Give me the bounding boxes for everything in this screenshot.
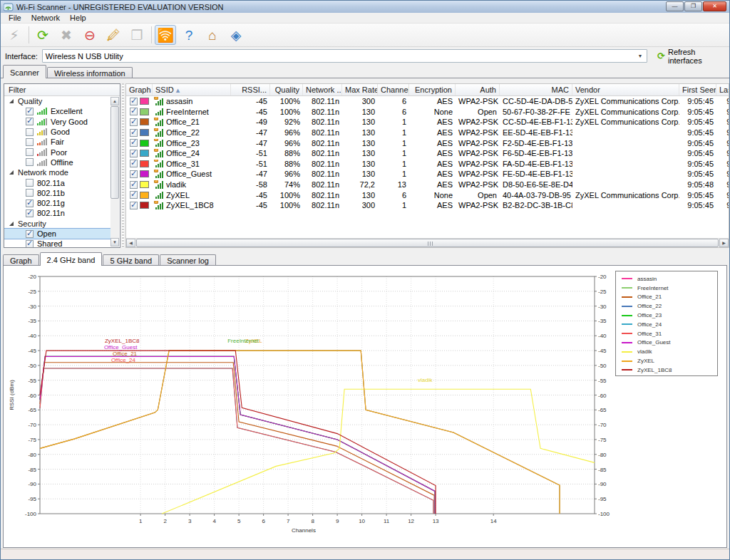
filter-scrollbar-thumb[interactable] (110, 106, 119, 199)
checkbox[interactable] (130, 129, 138, 137)
filter-item-offline[interactable]: Offline (4, 157, 110, 167)
column-header-first_seen[interactable]: First Seen (679, 84, 716, 95)
tab-5-ghz-band[interactable]: 5 GHz band (103, 254, 159, 266)
scroll-up-icon[interactable]: ▲ (110, 97, 119, 105)
column-header-channel[interactable]: Channel (378, 84, 409, 95)
filter-item-good[interactable]: Good (4, 127, 110, 137)
tab-2-4-ghz-band[interactable]: 2.4 GHz band (40, 252, 103, 266)
filter-item-excellent[interactable]: Excellent (4, 106, 110, 116)
delete-button[interactable]: ✖ (56, 25, 77, 45)
column-header-max_rate[interactable]: Max Rate (342, 84, 378, 95)
scroll-right-icon[interactable]: ▶ (719, 239, 729, 247)
hscrollbar-thumb[interactable] (136, 239, 719, 247)
help-button[interactable]: ? (178, 25, 200, 45)
checkbox[interactable] (130, 98, 138, 105)
menu-help[interactable]: Help (65, 13, 91, 23)
table-hscrollbar[interactable]: ◀ ▶ (126, 238, 729, 247)
column-header-rssi[interactable]: RSSI... (231, 84, 270, 95)
interface-combobox[interactable]: Wireless N USB Utility ▼ (42, 49, 647, 63)
filter-item-open[interactable]: Open (4, 229, 110, 239)
tab-scanner[interactable]: Scanner (3, 65, 46, 78)
checkbox[interactable] (130, 108, 138, 115)
close-button[interactable]: ✕ (703, 1, 726, 11)
scroll-down-icon[interactable]: ▼ (110, 238, 119, 247)
tree-expanded-icon[interactable] (9, 222, 14, 226)
table-row-freeinternet[interactable]: FreeInternet-45100%802.11n1306NoneOpen50… (126, 107, 729, 118)
filter-item-fair[interactable]: Fair (4, 137, 110, 147)
checkbox[interactable] (130, 150, 138, 157)
copy-page-button[interactable]: ❐ (126, 25, 148, 45)
checkbox[interactable] (26, 158, 34, 166)
table-row-office_guest[interactable]: Office_Guest-4796%802.11n1301AESWPA2-PSK… (126, 169, 729, 180)
table-row-office_24[interactable]: Office_24-5188%802.11n1301AESWPA2-PSKF6-… (126, 148, 729, 159)
checkbox[interactable] (26, 189, 34, 197)
table-row-office_22[interactable]: Office_22-4796%802.11n1301AESWPA2-PSKEE-… (126, 128, 729, 138)
home-button[interactable]: ⌂ (202, 25, 223, 45)
column-header-auth[interactable]: Auth (456, 84, 500, 95)
minimize-button[interactable]: — (666, 1, 684, 11)
stop-graph-button[interactable]: ⊖ (79, 25, 101, 45)
table-row-office_21[interactable]: Office_21-4992%802.11n1301AESWPA2-PSKCC-… (126, 117, 729, 128)
checkbox[interactable] (130, 170, 138, 178)
column-header-last_seen[interactable]: Last Seen (716, 84, 729, 95)
checkbox[interactable] (26, 138, 34, 146)
connect-flash-button[interactable]: ⚡ (4, 25, 25, 45)
filter-section-network-mode[interactable]: Network mode (4, 167, 110, 177)
rescan-refresh-button[interactable]: ⟳ (32, 25, 53, 45)
checkbox[interactable] (26, 230, 34, 238)
checkbox[interactable] (26, 108, 34, 115)
tree-expanded-icon[interactable] (9, 99, 14, 103)
table-row-office_31[interactable]: Office_31-5188%802.11n1301AESWPA2-PSKFA-… (126, 159, 729, 170)
column-header-network[interactable]: Network ... (303, 84, 342, 95)
checkbox[interactable] (130, 139, 138, 147)
checkbox[interactable] (130, 181, 138, 189)
clean-broom-button[interactable]: 🖉 (103, 25, 124, 45)
wifi-stop-button[interactable]: 🛜 (155, 25, 176, 45)
window-titlebar[interactable]: Wi-Fi Scanner - UNREGISTERED EVALUATION … (1, 1, 729, 13)
checkbox[interactable] (26, 240, 34, 247)
checkbox[interactable] (26, 179, 34, 187)
tab-graph[interactable]: Graph (3, 254, 39, 266)
tab-scanner-log[interactable]: Scanner log (160, 254, 216, 266)
filter-section-security[interactable]: Security (4, 219, 110, 229)
checkbox[interactable] (130, 160, 138, 167)
scroll-left-icon[interactable]: ◀ (126, 239, 135, 247)
column-header-graph[interactable]: Graph (126, 84, 153, 95)
checkbox[interactable] (130, 191, 138, 199)
checkbox[interactable] (26, 199, 34, 207)
about-info-button[interactable]: ◈ (225, 25, 247, 45)
table-row-assasin[interactable]: assasin-45100%802.11n3006AESWPA2-PSKCC-5… (126, 96, 729, 107)
column-header-mac[interactable]: MAC (500, 84, 572, 95)
filter-item-802-11g[interactable]: 802.11g (4, 198, 110, 208)
filter-item-802-11a[interactable]: 802.11a (4, 177, 110, 187)
table-row-vladik[interactable]: vladik-5874%802.11n72,213AESWPA2-PSKD8-5… (126, 180, 729, 190)
chevron-down-icon[interactable]: ▼ (635, 51, 645, 61)
column-header-quality[interactable]: Quality (270, 84, 303, 95)
tab-wireless-information[interactable]: Wireless information (47, 67, 133, 78)
column-header-vendor[interactable]: Vendor (572, 84, 679, 95)
checkbox[interactable] (130, 202, 138, 209)
table-row-zyxel_1bc8[interactable]: ZyXEL_1BC8-45100%802.11n3001AESWPA2-PSKB… (126, 200, 729, 211)
table-row-office_23[interactable]: Office_23-4796%802.11n1301AESWPA2-PSKF2-… (126, 138, 729, 148)
checkbox[interactable] (130, 118, 138, 126)
column-header-ssid[interactable]: SSID ▴ (153, 84, 231, 95)
filter-item-802-11b[interactable]: 802.11b (4, 188, 110, 198)
filter-item-very-good[interactable]: Very Good (4, 117, 110, 127)
vertical-splitter[interactable] (122, 83, 124, 248)
filter-scrollbar[interactable]: ▲ ▼ (110, 97, 119, 247)
menu-file[interactable]: File (4, 13, 26, 23)
table-row-zyxel[interactable]: ZyXEL-45100%802.11n1306NoneOpen40-4A-03-… (126, 190, 729, 200)
filter-item-shared[interactable]: Shared (4, 239, 110, 247)
column-header-encryption[interactable]: Encryption (409, 84, 456, 95)
checkbox[interactable] (26, 209, 34, 217)
checkbox[interactable] (26, 148, 34, 156)
filter-item-poor[interactable]: Poor (4, 147, 110, 157)
tree-expanded-icon[interactable] (9, 170, 14, 175)
filter-item-802-11n[interactable]: 802.11n (4, 208, 110, 218)
menu-network[interactable]: Network (26, 13, 65, 23)
filter-section-quality[interactable]: Quality (4, 96, 110, 106)
restore-button[interactable]: ❐ (684, 1, 702, 11)
refresh-interfaces-button[interactable]: ⟳ Refresh interfaces (657, 48, 729, 65)
checkbox[interactable] (26, 118, 34, 125)
checkbox[interactable] (26, 128, 34, 136)
